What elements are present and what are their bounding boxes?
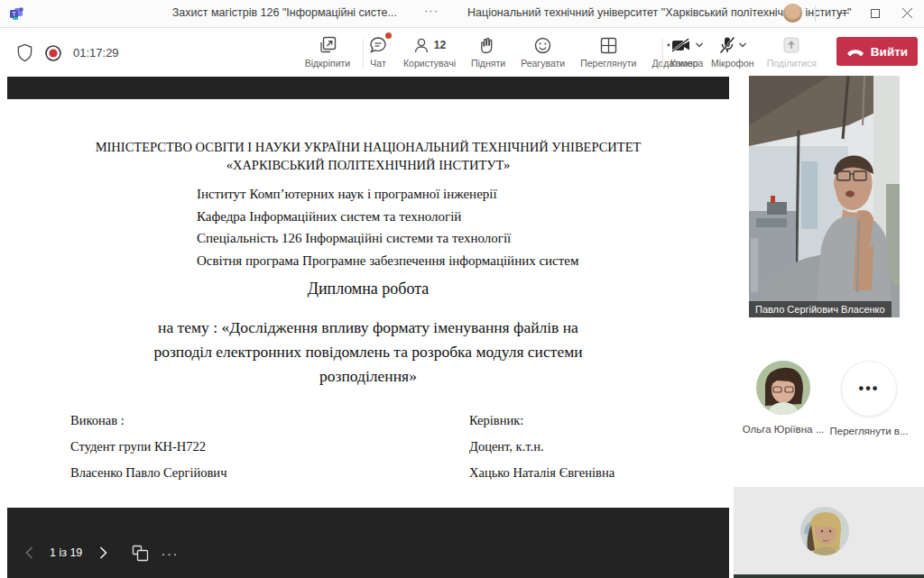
tab-more-menu[interactable]: ··· [424,4,439,17]
bottom-tile-edge [734,574,924,578]
react-button[interactable]: Реагувати [521,35,565,69]
participants-button[interactable]: 12 Користувачі [403,35,456,69]
page-indicator: 1 із 19 [50,546,82,559]
slide-supervisor-block: Керівник: Доцент, к.т.н. Хацько Наталія … [469,408,614,486]
chat-label: Чат [370,58,385,69]
toolbar-divider [363,39,364,68]
leave-button[interactable]: Вийти [836,37,918,66]
presenter-video-tile[interactable]: Павло Сергійович Власенко [749,76,900,317]
unpin-button[interactable]: Відкріпити [300,35,356,69]
slide-department-block: Інститут Комп’ютерних наук і програмної … [197,183,579,271]
unpin-icon [318,35,337,55]
camera-button[interactable]: Камера [670,35,704,69]
view-grid-icon [599,36,618,55]
close-icon [902,8,912,18]
view-more-participants-tile[interactable]: ••• Переглянути в... [819,361,919,436]
toolbar-divider-2 [662,39,663,68]
participant-video-tile-bottom[interactable] [734,487,924,574]
participant-avatar-bottom [800,507,849,555]
chevron-right-icon [99,546,107,559]
meeting-toolbar: 01:17:29 Відкріпити Чат [0,28,924,77]
svg-text:T: T [12,10,16,18]
share-icon [781,35,801,55]
view-label: Переглянути [580,58,636,69]
maximize-button[interactable] [862,0,889,26]
participants-count: 12 [434,39,446,51]
shared-content-stage: МІНІСТЕРСТВО ОСВІТИ І НАУКИ УКРАЇНИ НАЦІ… [7,77,729,578]
presentation-slide: МІНІСТЕРСТВО ОСВІТИ І НАУКИ УКРАЇНИ НАЦІ… [7,99,729,508]
tab-title[interactable]: Захист магістрів 126 "Інформаційні систе… [153,6,397,19]
react-smiley-icon [533,36,552,55]
window-titlebar: T Захист магістрів 126 "Інформаційні сис… [0,0,924,28]
share-button: Поділитися [767,35,817,69]
meeting-timer: 01:17:29 [73,46,119,60]
camera-off-icon [670,35,693,55]
raise-hand-button[interactable]: Підняти [471,35,505,69]
slide-more-button[interactable]: ··· [161,544,179,562]
shield-icon [16,43,33,62]
mic-chevron-down-icon[interactable] [738,41,747,49]
participant-tile-olga[interactable]: Ольга Юріївна ... [734,361,833,435]
raise-hand-label: Підняти [471,58,505,69]
slide-ministry-heading: МІНІСТЕРСТВО ОСВІТИ І НАУКИ УКРАЇНИ НАЦІ… [7,138,729,174]
mic-label: Мікрофон [711,58,754,69]
slide-topic: на тему : «Дослідження впливу формату ім… [7,316,729,389]
mic-off-icon [718,35,736,55]
view-button[interactable]: Переглянути [580,35,636,69]
camera-label: Камера [670,58,704,69]
next-slide-button[interactable] [94,544,112,562]
hangup-icon [846,48,864,56]
react-label: Реагувати [521,58,565,69]
share-label: Поділитися [767,58,817,69]
close-button[interactable] [893,0,920,26]
slide-doc-type: Дипломна робота [7,280,729,298]
maximize-icon [871,9,880,18]
camera-chevron-down-icon[interactable] [695,41,704,49]
participant-avatar [756,361,810,415]
account-avatar[interactable] [783,4,802,23]
slide-thumbnails-button[interactable] [131,544,149,562]
minimize-button[interactable] [830,0,857,26]
chevron-left-icon [25,546,33,559]
view-more-label: Переглянути в... [829,426,908,436]
titlebar-divider [815,5,816,22]
more-participants-icon[interactable]: ••• [841,361,897,417]
raise-hand-icon [479,35,497,55]
chat-notification-badge [385,32,392,39]
mic-button[interactable]: Мікрофон [711,35,754,69]
slide-executor-block: Виконав : Студент групи КН-Н722 Власенко… [70,408,226,486]
participants-label: Користувачі [403,58,456,69]
unpin-label: Відкріпити [305,58,350,69]
chat-icon [368,35,388,55]
minimize-icon [839,8,849,18]
prev-slide-button[interactable] [20,544,38,562]
recording-indicator-icon [44,44,62,62]
slide-navigation: 1 із 19 ··· [20,544,179,562]
teams-icon: T [9,6,24,22]
participants-icon [413,35,431,55]
participant-name: Ольга Юріївна ... [743,424,824,435]
chat-button[interactable]: Чат [368,35,388,69]
leave-label: Вийти [871,45,908,59]
slide-thumbnails-icon [132,545,149,562]
presenter-video-frame [749,76,900,317]
presenter-name-tag: Павло Сергійович Власенко [749,301,892,317]
